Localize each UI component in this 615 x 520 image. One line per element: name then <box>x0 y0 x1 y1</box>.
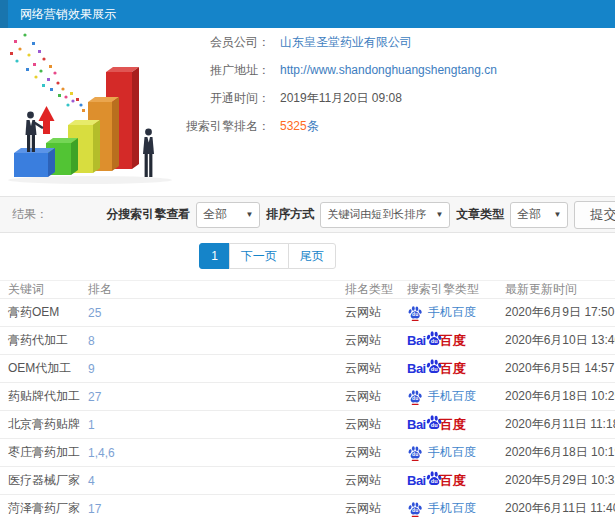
svg-text:du: du <box>430 366 437 372</box>
keyword-cell: OEM代加工 <box>0 360 88 377</box>
rank-link[interactable]: 1,4,6 <box>88 446 115 460</box>
page-button-last[interactable]: 尾页 <box>288 243 336 269</box>
updated-time-cell: 2020年6月9日 17:50 <box>505 304 615 321</box>
chevron-down-icon: ▼ <box>553 210 561 219</box>
svg-text:du: du <box>412 395 418 401</box>
sort-label: 排序方式 <box>266 206 314 223</box>
table-body: 膏药OEM25云网站 du 手机百度2020年6月9日 17:50膏药代加工8云… <box>0 299 615 520</box>
engine-type-cell: Bai du 百度 <box>407 414 505 435</box>
engine-type-cell: du 手机百度 <box>407 500 505 517</box>
article-type-select[interactable]: 全部 ▼ <box>510 202 568 228</box>
baidu-pc-logo: Bai du 百度 <box>407 470 466 491</box>
businessman-right <box>143 129 154 177</box>
table-row: 膏药代加工8云网站Bai du 百度2020年6月10日 13:40 <box>0 327 615 355</box>
info-row-rank-count: 搜索引擎排名： 5325 条 <box>178 117 497 135</box>
rank-cell: 25 <box>88 306 345 320</box>
rank-type-cell: 云网站 <box>345 416 407 433</box>
member-info: 会员公司： 山东皇圣堂药业有限公司 推广地址： http://www.shand… <box>178 33 497 145</box>
rank-cell: 17 <box>88 502 345 516</box>
open-time-label: 开通时间： <box>178 90 270 107</box>
sort-select[interactable]: 关键词由短到长排序 ▼ <box>320 202 450 228</box>
bar-blue <box>14 148 55 177</box>
businessman-left <box>26 112 43 152</box>
rank-cell: 8 <box>88 334 345 348</box>
rank-type-cell: 云网站 <box>345 360 407 377</box>
baidu-paw-icon: du <box>407 389 423 405</box>
engine-type-cell: Bai du 百度 <box>407 470 505 491</box>
rank-type-cell: 云网站 <box>345 388 407 405</box>
table-row: 北京膏药贴牌1云网站Bai du 百度2020年6月11日 11:18 <box>0 411 615 439</box>
rank-cell: 9 <box>88 362 345 376</box>
keyword-cell: 膏药代加工 <box>0 332 88 349</box>
rank-link[interactable]: 1 <box>88 418 95 432</box>
rank-link[interactable]: 27 <box>88 390 101 404</box>
engine-type-cell: du 手机百度 <box>407 304 505 321</box>
engine-view-selected: 全部 <box>203 206 227 223</box>
up-arrow-icon <box>39 106 55 134</box>
rank-count-label: 搜索引擎排名： <box>178 118 270 135</box>
page-button-current[interactable]: 1 <box>199 243 230 269</box>
info-row-open-time: 开通时间： 2019年11月20日 09:08 <box>178 89 497 107</box>
submit-button[interactable]: 提交 <box>574 201 615 229</box>
baidu-mobile-label: 手机百度 <box>428 388 476 405</box>
rank-cell: 1,4,6 <box>88 446 345 460</box>
keyword-cell: 膏药OEM <box>0 304 88 321</box>
updated-time-cell: 2020年6月18日 10:25 <box>505 388 615 405</box>
promo-url-link[interactable]: http://www.shandonghuangshengtang.cn <box>280 63 497 77</box>
rank-cell: 4 <box>88 474 345 488</box>
table-header-row: 关键词 排名 排名类型 搜索引擎类型 最新更新时间 <box>0 280 615 299</box>
updated-time-cell: 2020年6月18日 10:19 <box>505 444 615 461</box>
info-row-url: 推广地址： http://www.shandonghuangshengtang.… <box>178 61 497 79</box>
baidu-mobile-logo: du 手机百度 <box>407 444 476 461</box>
filter-controls: 分搜索引擎查看 全部 ▼ 排序方式 关键词由短到长排序 ▼ 文章类型 全部 ▼ … <box>106 201 615 229</box>
updated-time-cell: 2020年6月10日 13:40 <box>505 332 615 349</box>
keyword-cell: 枣庄膏药加工 <box>0 444 88 461</box>
confetti-dots <box>10 33 85 112</box>
table-row: OEM代加工9云网站Bai du 百度2020年6月5日 14:57 <box>0 355 615 383</box>
baidu-logo-bai: Bai <box>407 473 426 488</box>
rank-link[interactable]: 25 <box>88 306 101 320</box>
rank-link[interactable]: 9 <box>88 362 95 376</box>
rank-link[interactable]: 4 <box>88 474 95 488</box>
table-row: 药贴牌代加工27云网站 du 手机百度2020年6月18日 10:25 <box>0 383 615 411</box>
engine-type-cell: du 手机百度 <box>407 388 505 405</box>
rank-link[interactable]: 8 <box>88 334 95 348</box>
svg-text:du: du <box>430 338 437 344</box>
rank-count-unit: 条 <box>307 118 319 135</box>
table-row: 枣庄膏药加工1,4,6云网站 du 手机百度2020年6月18日 10:19 <box>0 439 615 467</box>
updated-time-cell: 2020年6月5日 14:57 <box>505 360 615 377</box>
rank-type-cell: 云网站 <box>345 472 407 489</box>
chevron-down-icon: ▼ <box>245 210 253 219</box>
table-row: 膏药OEM25云网站 du 手机百度2020年6月9日 17:50 <box>0 299 615 327</box>
promo-url-label: 推广地址： <box>178 62 270 79</box>
keyword-ranking-table: 关键词 排名 排名类型 搜索引擎类型 最新更新时间 膏药OEM25云网站 du … <box>0 280 615 520</box>
baidu-paw-icon: du <box>407 305 423 321</box>
page-button-next[interactable]: 下一页 <box>229 243 289 269</box>
info-row-company: 会员公司： 山东皇圣堂药业有限公司 <box>178 33 497 51</box>
engine-view-select[interactable]: 全部 ▼ <box>196 202 260 228</box>
header-rank: 排名 <box>88 281 345 298</box>
svg-text:du: du <box>430 478 437 484</box>
header-engine-type: 搜索引擎类型 <box>407 281 505 298</box>
sort-selected: 关键词由短到长排序 <box>327 207 426 222</box>
company-name-link[interactable]: 山东皇圣堂药业有限公司 <box>280 34 412 51</box>
baidu-logo-zh: 百度 <box>440 472 466 490</box>
chevron-down-icon: ▼ <box>435 210 443 219</box>
engine-type-cell: Bai du 百度 <box>407 358 505 379</box>
svg-text:du: du <box>412 451 418 457</box>
filter-bar: 结果： 分搜索引擎查看 全部 ▼ 排序方式 关键词由短到长排序 ▼ 文章类型 全… <box>0 196 615 233</box>
baidu-mobile-logo: du 手机百度 <box>407 500 476 517</box>
company-label: 会员公司： <box>178 34 270 51</box>
rank-link[interactable]: 17 <box>88 502 101 516</box>
updated-time-cell: 2020年5月29日 10:32 <box>505 472 615 489</box>
engine-type-cell: du 手机百度 <box>407 444 505 461</box>
growth-chart-illustration <box>2 30 187 188</box>
baidu-mobile-label: 手机百度 <box>428 500 476 517</box>
updated-time-cell: 2020年6月11日 11:40 <box>505 500 615 517</box>
baidu-logo-bai: Bai <box>407 417 426 432</box>
growth-bars-graphic <box>2 30 187 188</box>
header-keyword: 关键词 <box>0 281 88 298</box>
rank-count-number: 5325 <box>280 119 307 133</box>
rank-type-cell: 云网站 <box>345 304 407 321</box>
rank-type-cell: 云网站 <box>345 500 407 517</box>
